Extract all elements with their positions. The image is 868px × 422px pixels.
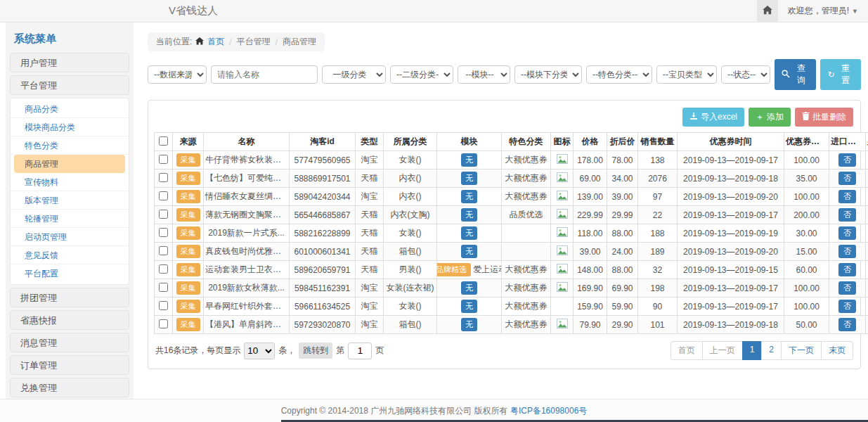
breadcrumb-home-link[interactable]: 首页 [207,36,224,48]
imported-toggle-button[interactable]: 否 [838,226,856,240]
type-cell: 淘宝 [356,188,384,206]
imported-toggle-button[interactable]: 否 [838,172,856,185]
imported-toggle-button[interactable]: 否 [838,300,856,313]
sidebar-item-module-goods-category[interactable]: 模块商品分类 [11,118,129,136]
name-search-input[interactable] [211,65,318,84]
import-excel-button[interactable]: 导入excel [682,108,744,127]
filter-category-l2[interactable]: --二级分类-- [390,65,453,84]
filter-category-l1[interactable]: 一级分类 [322,65,386,84]
must-buy-toggle-button-cell: 否 [866,298,868,316]
sidebar-group-platform-mgmt[interactable]: 平台管理 [10,75,129,95]
sidebar-item-feature-category[interactable]: 特色分类 [11,136,129,155]
icp-link[interactable]: 粤ICP备16098006号 [510,405,587,417]
add-button[interactable]: ＋ 添加 [749,108,791,127]
goods-name-cell: 【七色纺】可爱纯棉家... [204,170,290,188]
module-cell: 无 [437,188,502,206]
imported-toggle-button[interactable]: 否 [838,281,856,295]
pager-首页[interactable]: 首页 [671,341,703,360]
coupon-time-cell: 2019-09-13—2019-09-17 [678,298,784,316]
sidebar-item-platform-config[interactable]: 平台配置 [11,264,129,283]
sidebar-item-splash-mgmt[interactable]: 启动页管理 [11,228,129,246]
pager-上一页[interactable]: 上一页 [702,341,743,360]
filter-item-type[interactable]: --宝贝类型-- [656,65,717,84]
home-button[interactable] [757,0,778,22]
source-badge: 采集 [176,208,200,222]
sidebar-item-goods-mgmt[interactable]: 商品管理 [14,155,125,173]
pager-1[interactable]: 1 [742,341,763,360]
taoke-id-cell: 601000601341 [290,243,356,261]
user-menu[interactable]: 欢迎您，管理员! ▼ [778,5,868,17]
imported-toggle-button[interactable]: 否 [838,208,856,222]
page-number-input[interactable] [348,343,372,359]
select-all-checkbox[interactable] [159,136,168,146]
coupon-time-cell: 2019-09-13—2019-09-17 [678,206,784,224]
column-header: 特色分类 [502,133,551,151]
category-cell: 内衣() [384,188,437,206]
pager: 首页上一页12下一页末页 [671,341,853,360]
thumbnail-cell [551,261,574,279]
goods-name-cell: 2019新款女秋薄款... [204,279,290,298]
per-page-select[interactable]: 10 [244,343,275,359]
taoke-id-cell: 565446685867 [290,206,356,224]
source-cell: 采集 [173,188,204,206]
imported-toggle-button-cell: 否 [829,243,866,261]
search-button[interactable]: 查询 [775,59,816,90]
filter-module[interactable]: --模块-- [458,65,510,84]
row-checkbox[interactable] [159,283,168,292]
imported-toggle-button[interactable]: 否 [838,190,856,203]
filter-data-source[interactable]: --数据来源-- [148,65,207,84]
row-checkbox[interactable] [159,246,168,255]
sidebar-group-order-mgmt[interactable]: 订单管理 [10,355,129,375]
row-checkbox[interactable] [159,228,168,237]
row-checkbox[interactable] [159,319,168,328]
imported-toggle-button[interactable]: 否 [838,318,856,331]
sidebar-group-user-mgmt[interactable]: 用户管理 [10,53,129,72]
sidebar-item-version-mgmt[interactable]: 版本管理 [11,191,129,210]
main-content: 当前位置: 首页 / 平台管理 / 商品管理 --数据来源--一级分类--二级分… [134,23,868,399]
source-badge: 采集 [176,245,200,258]
sidebar-group-saving-news[interactable]: 省惠快报 [10,310,129,330]
breadcrumb-separator: / [228,37,233,47]
sidebar-group-group-buy-mgmt[interactable]: 拼团管理 [10,288,129,307]
row-checkbox[interactable] [159,210,168,219]
source-badge: 采集 [176,300,200,313]
sidebar-group-exchange-mgmt[interactable]: 兑换管理 [10,378,129,397]
sidebar-item-promo-material[interactable]: 宣传物料 [11,173,129,191]
taoke-id-cell: 598451162391 [290,279,356,298]
feature-category-cell [502,243,551,261]
feature-category-cell: 大额优惠券 [502,188,551,206]
column-header: 折后价 [607,133,638,151]
pager-下一页[interactable]: 下一页 [781,341,822,360]
row-checkbox[interactable] [159,173,168,182]
row-checkbox[interactable] [159,264,168,274]
type-cell: 淘宝 [356,316,384,334]
sidebar-item-carousel-mgmt[interactable]: 轮播管理 [11,210,129,228]
row-checkbox[interactable] [159,155,168,164]
must-buy-toggle-button-cell: 否 [866,206,868,224]
batch-delete-button[interactable]: 批量删除 [795,108,853,127]
sidebar-group-message-mgmt[interactable]: 消息管理 [10,333,129,352]
filter-module-sub[interactable]: --模块下分类-- [514,65,582,84]
row-checkbox[interactable] [159,301,168,310]
imported-toggle-button[interactable]: 否 [838,245,856,258]
sidebar-item-goods-category[interactable]: 商品分类 [11,100,129,118]
column-header: 价格 [574,133,607,151]
imported-toggle-button[interactable]: 否 [838,153,856,167]
pager-末页[interactable]: 末页 [821,341,853,360]
copyright-text: Copyright © 2014-2018 广州九驰网络科技有限公司 版权所有 [281,405,508,417]
column-header: 进口优选 [829,133,866,151]
category-cell: 箱包() [384,316,437,334]
sidebar-item-feedback[interactable]: 意见反馈 [11,246,129,264]
filter-feature-category[interactable]: --特色分类-- [586,65,652,84]
goods-panel: 导入excel ＋ 添加 批量删除 来源名称淘客id类型所属分类模块特色分类图标… [148,100,861,369]
module-badge: 无 [461,153,477,167]
goods-table: 来源名称淘客id类型所属分类模块特色分类图标价格折后价销售数量优惠券时间优惠券金… [154,132,868,334]
row-checkbox-cell [155,188,173,206]
reset-button[interactable]: ↻ 重置 [820,59,861,90]
pager-2[interactable]: 2 [761,341,782,360]
filter-status[interactable]: --状态-- [721,65,770,84]
discount-price-cell: 78.00 [607,151,638,170]
imported-toggle-button[interactable]: 否 [838,263,856,276]
row-checkbox[interactable] [159,191,168,200]
sales-count-cell: 22 [638,206,678,224]
